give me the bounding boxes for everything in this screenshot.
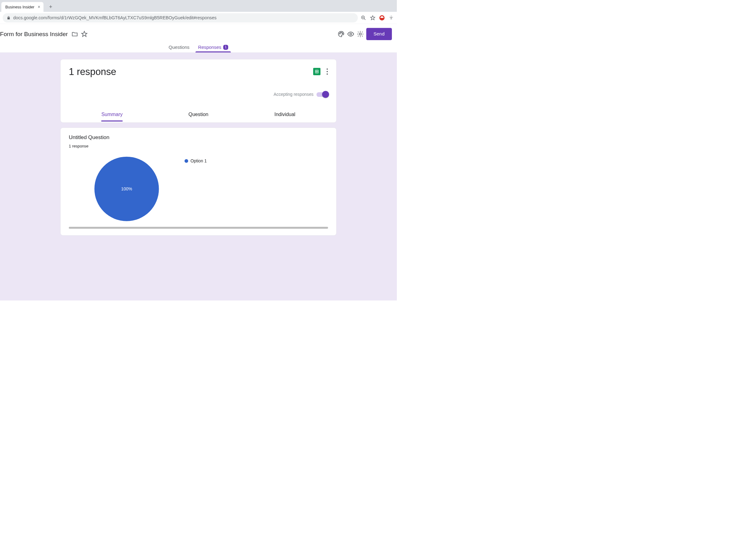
url-input[interactable]: docs.google.com/forms/d/1rWzGQek_MVKmfBL… [3,13,358,22]
move-to-folder-icon[interactable] [71,30,78,38]
url-text: docs.google.com/forms/d/1rWzGQek_MVKmfBL… [14,15,216,20]
settings-gear-icon[interactable] [357,30,364,38]
svg-point-8 [339,33,340,34]
question-title: Untitled Question [69,134,328,141]
chart-legend: Option 1 [185,157,328,164]
tab-questions-label: Questions [169,45,189,50]
content-canvas: 1 response Accepting responses Summary Q… [0,53,397,300]
svg-point-11 [342,33,343,34]
responses-badge: 1 [223,45,228,50]
send-button[interactable]: Send [366,28,392,40]
svg-point-9 [340,32,341,33]
pie-chart: 100% [69,157,185,221]
create-spreadsheet-button[interactable] [313,68,320,75]
pie-center-label: 100% [121,186,132,191]
new-tab-button[interactable]: + [46,3,55,11]
legend-swatch-icon [185,159,188,163]
lock-icon [6,16,10,20]
legend-item-label: Option 1 [190,158,207,163]
star-icon[interactable] [81,30,88,38]
zoom-icon[interactable] [360,15,366,21]
address-bar: docs.google.com/forms/d/1rWzGQek_MVKmfBL… [0,12,397,24]
close-icon[interactable]: × [38,5,40,9]
app-header: Form for Business Insider Send [0,24,397,42]
accepting-responses-toggle[interactable] [316,92,328,97]
browser-tab[interactable]: Business Insider × [1,2,44,12]
tab-responses-label: Responses [198,45,221,50]
legend-item-0: Option 1 [185,158,328,163]
main-tabs: Questions Responses 1 [0,42,397,53]
tab-questions[interactable]: Questions [164,42,194,52]
pie-slice-0: 100% [94,157,159,221]
svg-marker-7 [81,31,87,37]
svg-line-1 [364,18,365,20]
tab-title: Business Insider [5,5,34,9]
form-title[interactable]: Form for Business Insider [0,30,68,37]
accepting-responses-label: Accepting responses [274,92,313,97]
responses-sub-tabs: Summary Question Individual [69,109,328,120]
svg-marker-4 [370,16,375,20]
more-options-button[interactable] [327,69,328,75]
responses-count-title: 1 response [69,66,116,77]
extension-icon[interactable] [379,15,385,21]
preview-eye-icon[interactable] [347,30,354,38]
browser-tabstrip: Business Insider × + [0,0,397,12]
svg-point-13 [359,33,361,35]
accessibility-icon[interactable] [388,15,394,21]
responses-summary-card: 1 response Accepting responses Summary Q… [60,59,336,123]
question-response-card: Untitled Question 1 response 100% Option… [60,128,336,236]
subtab-question[interactable]: Question [155,109,242,120]
tab-responses[interactable]: Responses 1 [194,42,232,52]
horizontal-scrollbar[interactable] [69,227,328,229]
svg-point-6 [391,16,392,17]
svg-point-10 [341,32,342,33]
subtab-individual[interactable]: Individual [241,109,328,120]
question-response-count: 1 response [69,144,328,149]
subtab-summary[interactable]: Summary [69,109,155,120]
palette-icon[interactable] [337,30,344,38]
bookmark-star-icon[interactable] [370,15,376,21]
svg-point-12 [350,33,352,35]
